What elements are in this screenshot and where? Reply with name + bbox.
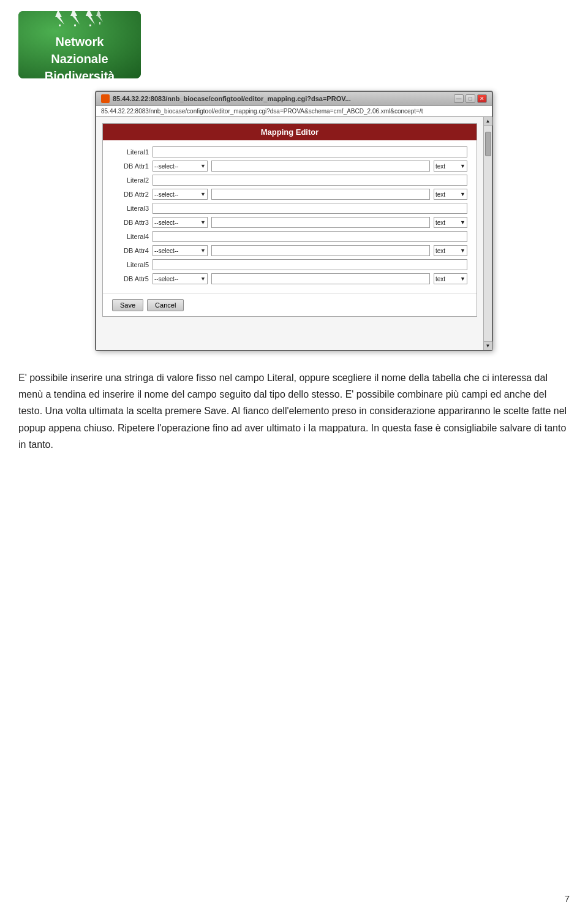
db-attr1-input[interactable] xyxy=(211,161,430,172)
literal3-label: Literal3 xyxy=(112,205,149,212)
browser-close-button[interactable]: ✕ xyxy=(477,94,487,103)
db-attr2-label: DB Attr2 xyxy=(112,191,149,198)
db-attr5-label: DB Attr5 xyxy=(112,275,149,282)
description-text: E' possibile inserire una stringa di val… xyxy=(18,369,570,453)
db-attr3-row: DB Attr3 --select-- ▼ text ▼ xyxy=(112,217,467,228)
db-attr3-dropdown-icon: ▼ xyxy=(200,219,206,225)
db-attr1-label: DB Attr1 xyxy=(112,162,149,170)
db-attr5-input[interactable] xyxy=(211,273,430,284)
db-attr4-input[interactable] xyxy=(211,245,430,256)
literal5-label: Literal5 xyxy=(112,261,149,268)
db-attr5-type-select[interactable]: text ▼ xyxy=(434,273,467,284)
literal5-input[interactable] xyxy=(153,259,467,270)
db-attr4-label: DB Attr4 xyxy=(112,247,149,254)
literal2-input[interactable] xyxy=(153,175,467,186)
literal4-label: Literal4 xyxy=(112,233,149,240)
mapping-editor-body: Literal1 DB Attr1 --select-- ▼ text xyxy=(103,140,477,293)
scrollbar-thumb[interactable] xyxy=(485,132,491,156)
browser-controls[interactable]: — □ ✕ xyxy=(454,94,487,103)
description-paragraph: E' possibile inserire una stringa di val… xyxy=(18,373,567,450)
db-attr5-dropdown-icon: ▼ xyxy=(200,276,206,282)
db-attr1-row: DB Attr1 --select-- ▼ text ▼ xyxy=(112,161,467,172)
browser-address-text: 85.44.32.22:8083/nnb_biocase/configtool/… xyxy=(101,108,423,115)
db-attr4-type-select[interactable]: text ▼ xyxy=(434,245,467,256)
browser-addressbar[interactable]: 85.44.32.22:8083/nnb_biocase/configtool/… xyxy=(96,106,492,117)
db-attr1-type-dropdown-icon: ▼ xyxy=(460,163,466,169)
mapping-editor-footer: Save Cancel xyxy=(103,293,477,316)
browser-favicon-icon xyxy=(101,94,110,103)
main-content: 85.44.32.22:8083/nnb_biocase/configtool/… xyxy=(0,85,588,477)
browser-minimize-button[interactable]: — xyxy=(454,94,464,103)
literal2-row: Literal2 xyxy=(112,175,467,186)
literal3-input[interactable] xyxy=(153,203,467,214)
mapping-editor-header: Mapping Editor xyxy=(103,124,477,140)
logo-text: Network Nazionale Biodiversità xyxy=(45,33,115,78)
db-attr5-row: DB Attr5 --select-- ▼ text ▼ xyxy=(112,273,467,284)
db-attr3-label: DB Attr3 xyxy=(112,219,149,226)
svg-rect-3 xyxy=(74,25,76,26)
literal1-label: Literal1 xyxy=(112,148,149,156)
db-attr4-type-dropdown-icon: ▼ xyxy=(460,248,466,254)
db-attr2-input[interactable] xyxy=(211,189,430,200)
db-attr2-select[interactable]: --select-- ▼ xyxy=(153,189,208,200)
db-attr2-type-dropdown-icon: ▼ xyxy=(460,191,466,197)
literal3-row: Literal3 xyxy=(112,203,467,214)
svg-marker-6 xyxy=(96,11,103,22)
db-attr3-type-dropdown-icon: ▼ xyxy=(460,219,466,225)
db-attr4-select[interactable]: --select-- ▼ xyxy=(153,245,208,256)
svg-rect-1 xyxy=(59,25,61,26)
literal1-input[interactable] xyxy=(153,146,467,157)
db-attr2-type-select[interactable]: text ▼ xyxy=(434,189,467,200)
cancel-button[interactable]: Cancel xyxy=(147,299,184,311)
db-attr1-select[interactable]: --select-- ▼ xyxy=(153,161,208,172)
svg-marker-0 xyxy=(55,11,64,25)
page-number: 7 xyxy=(565,893,570,904)
db-attr1-dropdown-icon: ▼ xyxy=(200,163,206,169)
browser-body: Mapping Editor Literal1 DB Attr1 --selec… xyxy=(96,117,492,350)
scrollbar-up-button[interactable]: ▲ xyxy=(484,117,492,126)
db-attr2-dropdown-icon: ▼ xyxy=(200,191,206,197)
svg-rect-7 xyxy=(99,22,100,25)
browser-title-left: 85.44.32.22:8083/nnb_biocase/configtool/… xyxy=(101,94,351,103)
svg-rect-5 xyxy=(89,25,91,26)
db-attr3-select[interactable]: --select-- ▼ xyxy=(153,217,208,228)
db-attr3-input[interactable] xyxy=(211,217,430,228)
browser-window: 85.44.32.22:8083/nnb_biocase/configtool/… xyxy=(95,91,493,351)
svg-marker-4 xyxy=(86,11,95,25)
browser-scrollbar[interactable]: ▲ ▼ xyxy=(483,117,492,350)
literal4-input[interactable] xyxy=(153,231,467,242)
logo: Network Nazionale Biodiversità xyxy=(18,11,141,78)
mapping-editor-panel: Mapping Editor Literal1 DB Attr1 --selec… xyxy=(102,123,477,317)
scrollbar-down-button[interactable]: ▼ xyxy=(484,341,492,350)
header: Network Nazionale Biodiversità xyxy=(0,0,588,85)
mapping-editor-title: Mapping Editor xyxy=(261,127,319,137)
logo-trees-icon xyxy=(55,11,104,31)
db-attr4-dropdown-icon: ▼ xyxy=(200,248,206,254)
db-attr2-row: DB Attr2 --select-- ▼ text ▼ xyxy=(112,189,467,200)
svg-marker-2 xyxy=(70,11,80,25)
browser-title-text: 85.44.32.22:8083/nnb_biocase/configtool/… xyxy=(113,95,351,102)
db-attr4-row: DB Attr4 --select-- ▼ text ▼ xyxy=(112,245,467,256)
literal1-row: Literal1 xyxy=(112,146,467,157)
browser-titlebar: 85.44.32.22:8083/nnb_biocase/configtool/… xyxy=(96,92,492,106)
db-attr5-type-dropdown-icon: ▼ xyxy=(460,276,466,282)
db-attr3-type-select[interactable]: text ▼ xyxy=(434,217,467,228)
literal5-row: Literal5 xyxy=(112,259,467,270)
scrollbar-track xyxy=(484,126,492,341)
literal4-row: Literal4 xyxy=(112,231,467,242)
db-attr1-type-select[interactable]: text ▼ xyxy=(434,161,467,172)
db-attr5-select[interactable]: --select-- ▼ xyxy=(153,273,208,284)
browser-restore-button[interactable]: □ xyxy=(466,94,475,103)
literal2-label: Literal2 xyxy=(112,176,149,184)
save-button[interactable]: Save xyxy=(112,299,143,311)
